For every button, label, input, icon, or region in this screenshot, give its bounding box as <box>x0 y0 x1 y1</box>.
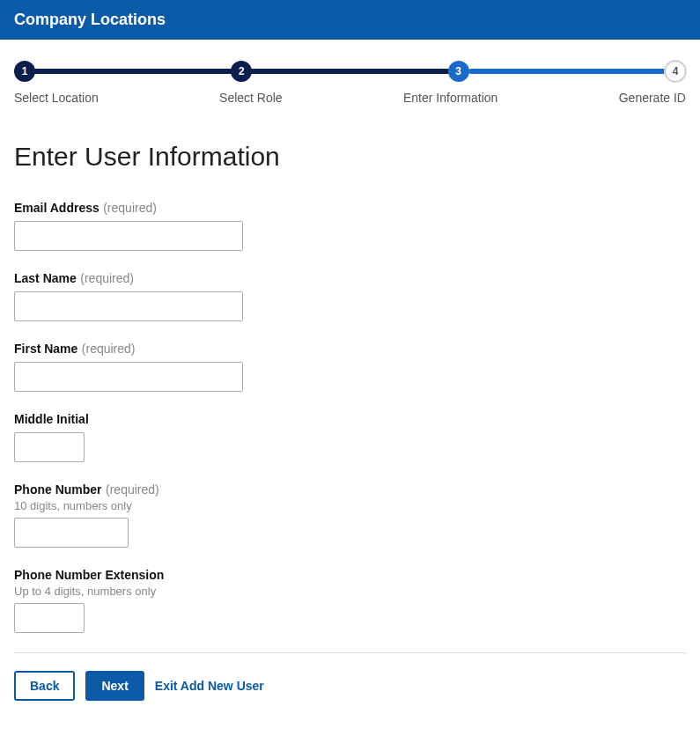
back-button[interactable]: Back <box>14 671 75 701</box>
field-group-first-name: First Name (required) <box>14 341 686 392</box>
wizard-step-num: 2 <box>239 65 245 77</box>
email-input[interactable] <box>14 221 243 251</box>
field-group-phone: Phone Number (required) 10 digits, numbe… <box>14 482 686 548</box>
wizard-track: 1 2 3 4 <box>14 61 686 82</box>
header-bar: Company Locations <box>0 0 700 40</box>
phone-hint: 10 digits, numbers only <box>14 499 686 512</box>
wizard-line-segment <box>468 69 675 74</box>
wizard-line-segment <box>25 69 247 74</box>
phone-required: (required) <box>106 482 159 497</box>
extension-label: Phone Number Extension <box>14 568 164 582</box>
wizard-step-label: Select Location <box>14 91 99 105</box>
wizard-line-segment <box>247 69 468 74</box>
email-required: (required) <box>103 201 157 215</box>
phone-label: Phone Number <box>14 482 102 497</box>
wizard-step-num: 3 <box>455 65 461 77</box>
last-name-required: (required) <box>80 271 134 285</box>
page-title: Enter User Information <box>14 142 686 172</box>
extension-hint: Up to 4 digits, numbers only <box>14 585 686 598</box>
divider <box>14 652 686 653</box>
field-group-extension: Phone Number Extension Up to 4 digits, n… <box>14 567 686 633</box>
phone-input[interactable] <box>14 518 129 548</box>
wizard-stepper: 1 2 3 4 Select Location Select Role Ente… <box>0 40 700 115</box>
field-group-last-name: Last Name (required) <box>14 270 686 321</box>
wizard-step-label: Select Role <box>219 91 283 105</box>
wizard-step-4: 4 <box>665 61 686 82</box>
first-name-input[interactable] <box>14 362 243 392</box>
middle-initial-label: Middle Initial <box>14 412 89 426</box>
exit-link[interactable]: Exit Add New User <box>155 679 264 693</box>
wizard-step-2: 2 <box>231 61 252 82</box>
wizard-step-num: 1 <box>22 65 28 77</box>
main-content: Enter User Information Email Address (re… <box>0 115 700 729</box>
wizard-step-num: 4 <box>673 65 679 77</box>
last-name-input[interactable] <box>14 291 243 321</box>
first-name-label: First Name <box>14 342 77 356</box>
email-label: Email Address <box>14 201 99 215</box>
last-name-label: Last Name <box>14 271 77 285</box>
wizard-step-label: Enter Information <box>403 91 497 105</box>
next-button[interactable]: Next <box>85 671 144 701</box>
field-group-middle-initial: Middle Initial <box>14 411 686 462</box>
extension-input[interactable] <box>14 603 85 633</box>
middle-initial-input[interactable] <box>14 432 85 462</box>
first-name-required: (required) <box>82 342 136 356</box>
wizard-labels: Select Location Select Role Enter Inform… <box>14 91 686 105</box>
wizard-step-label: Generate ID <box>619 91 686 105</box>
wizard-step-1: 1 <box>14 61 35 82</box>
footer-actions: Back Next Exit Add New User <box>14 671 686 715</box>
wizard-step-3: 3 <box>448 61 469 82</box>
header-title: Company Locations <box>14 11 166 28</box>
field-group-email: Email Address (required) <box>14 200 686 251</box>
